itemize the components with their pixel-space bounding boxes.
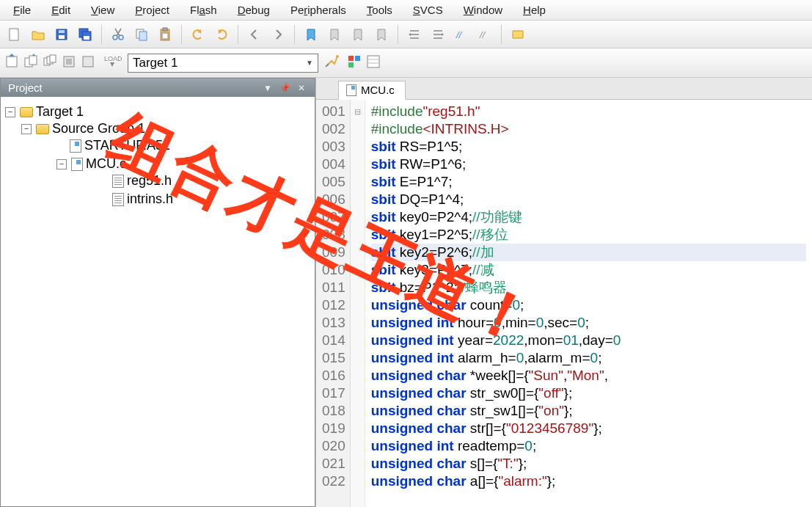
bookmark-clear-button[interactable] xyxy=(371,24,392,45)
tree-header-intrins[interactable]: intrins.h xyxy=(112,192,310,207)
find-button[interactable] xyxy=(508,24,528,45)
code-line[interactable]: sbit DQ=P1^4; xyxy=(371,191,806,208)
collapse-icon[interactable]: − xyxy=(5,107,15,117)
svg-rect-13 xyxy=(162,33,168,39)
header-file-icon xyxy=(112,193,124,206)
paste-button[interactable] xyxy=(155,24,175,45)
comment-button[interactable]: // xyxy=(451,24,472,45)
tree-file-startup[interactable]: STARTUP.A51 xyxy=(56,138,310,153)
build-toolbar: LOAD Target 1 ▼ xyxy=(0,48,812,78)
menu-help[interactable]: Help xyxy=(513,1,556,18)
tree-header-label: intrins.h xyxy=(127,192,173,207)
target-selector[interactable]: Target 1 ▼ xyxy=(128,54,318,73)
open-file-button[interactable] xyxy=(28,24,48,45)
panel-dropdown-icon[interactable]: ▼ xyxy=(261,83,274,93)
svg-text://: // xyxy=(479,29,486,40)
c-file-icon xyxy=(71,158,83,171)
redo-button[interactable] xyxy=(211,24,232,45)
code-line[interactable]: unsigned int readtemp=0; xyxy=(371,437,806,455)
tree-target-label: Target 1 xyxy=(36,104,84,120)
menu-file[interactable]: File xyxy=(3,1,41,18)
code-line[interactable]: sbit bz=P1^2;//蜂鸣器 xyxy=(371,279,806,296)
svg-text://: // xyxy=(456,29,463,40)
svg-rect-18 xyxy=(29,56,37,65)
code-line[interactable]: unsigned char count=0; xyxy=(371,296,806,314)
code-line[interactable]: #include<INTRINS.H> xyxy=(371,120,806,138)
code-line[interactable]: unsigned int alarm_h=0,alarm_m=0; xyxy=(371,349,806,367)
manage-button[interactable] xyxy=(346,54,362,73)
code-line[interactable]: sbit key2=P2^6;//加 xyxy=(371,244,806,261)
batch-build-button[interactable] xyxy=(62,54,78,73)
menu-project[interactable]: Project xyxy=(125,1,180,18)
code-line[interactable]: unsigned char *week[]={"Sun","Mon", xyxy=(371,367,806,384)
outdent-button[interactable] xyxy=(428,24,448,45)
menu-view[interactable]: View xyxy=(81,1,125,18)
panel-pin-icon[interactable]: 📌 xyxy=(277,83,293,93)
target-selector-value: Target 1 xyxy=(133,56,178,70)
editor-tab-mcu[interactable]: MCU.c xyxy=(338,81,406,100)
bookmark-button[interactable] xyxy=(301,24,321,45)
project-panel: Project ▼ 📌 ✕ − Target 1 xyxy=(0,78,315,507)
panel-close-icon[interactable]: ✕ xyxy=(296,83,307,93)
menu-svcs[interactable]: SVCS xyxy=(403,1,453,18)
code-line[interactable]: sbit E=P1^7; xyxy=(371,173,806,191)
project-tree[interactable]: − Target 1 − Source Group 1 xyxy=(1,97,315,506)
svg-rect-10 xyxy=(139,32,147,40)
tree-header-reg51[interactable]: reg51.h xyxy=(112,173,310,189)
code-line[interactable]: unsigned int hour=0,min=0,sec=0; xyxy=(371,314,806,332)
main-area: Project ▼ 📌 ✕ − Target 1 xyxy=(0,78,812,507)
download-button[interactable]: LOAD xyxy=(103,54,122,73)
collapse-icon[interactable]: − xyxy=(56,159,67,169)
tree-source-group-label: Source Group 1 xyxy=(52,121,145,136)
project-panel-title: Project xyxy=(8,81,43,94)
save-button[interactable] xyxy=(51,24,72,45)
code-line[interactable]: unsigned int year=2022,mon=01,day=0 xyxy=(371,332,806,349)
code-editor[interactable]: 0010020030040050060070080090100110120130… xyxy=(316,100,812,507)
menu-debug[interactable]: Debug xyxy=(227,1,280,18)
new-file-button[interactable] xyxy=(4,24,25,45)
code-body[interactable]: #include"reg51.h"#include<INTRINS.H>sbit… xyxy=(365,100,812,507)
uncomment-button[interactable]: // xyxy=(475,24,495,45)
menu-flash[interactable]: Flash xyxy=(180,1,227,18)
nav-back-button[interactable] xyxy=(244,24,265,45)
build-button[interactable] xyxy=(23,54,40,73)
code-line[interactable]: unsigned char str[]={"0123456789"}; xyxy=(371,420,806,437)
menu-edit[interactable]: Edit xyxy=(41,1,81,18)
menu-peripherals[interactable]: Peripherals xyxy=(280,1,356,18)
copy-button[interactable] xyxy=(131,24,152,45)
tree-file-mcu[interactable]: − MCU.c xyxy=(56,156,310,172)
svg-rect-23 xyxy=(66,59,72,65)
svg-rect-6 xyxy=(84,36,89,40)
svg-rect-28 xyxy=(355,56,360,61)
code-line[interactable]: sbit key3=P2^7;//减 xyxy=(371,261,806,279)
code-line[interactable]: sbit key1=P2^5;//移位 xyxy=(371,226,806,244)
editor-tabbar: MCU.c xyxy=(316,78,812,100)
stop-build-button[interactable] xyxy=(81,54,97,73)
translate-button[interactable] xyxy=(4,54,21,73)
menu-window[interactable]: Window xyxy=(453,1,513,18)
code-line[interactable]: sbit key0=P2^4;//功能键 xyxy=(371,208,806,226)
bookmark-next-button[interactable] xyxy=(348,24,368,45)
code-line[interactable]: sbit RS=P1^5; xyxy=(371,138,806,156)
options-button[interactable] xyxy=(324,54,340,73)
collapse-icon[interactable]: − xyxy=(21,124,32,134)
rebuild-button[interactable] xyxy=(43,54,59,73)
c-file-icon xyxy=(346,84,356,96)
svg-rect-29 xyxy=(348,62,354,68)
code-line[interactable]: unsigned char str_sw0[]={"off"}; xyxy=(371,384,806,402)
indent-button[interactable] xyxy=(404,24,425,45)
code-line[interactable]: #include"reg51.h" xyxy=(371,103,806,120)
tree-source-group-node[interactable]: − Source Group 1 xyxy=(21,121,310,136)
manage-components-button[interactable] xyxy=(365,54,381,73)
code-line[interactable]: unsigned char str_sw1[]={"on"}; xyxy=(371,402,806,420)
code-line[interactable]: unsigned char s[]={"T:"}; xyxy=(371,455,806,473)
save-all-button[interactable] xyxy=(75,24,95,45)
menu-tools[interactable]: Tools xyxy=(356,1,403,18)
bookmark-prev-button[interactable] xyxy=(324,24,345,45)
code-line[interactable]: unsigned char a[]={"alarm:"}; xyxy=(371,473,806,490)
cut-button[interactable] xyxy=(108,24,128,45)
code-line[interactable]: sbit RW=P1^6; xyxy=(371,156,806,173)
nav-forward-button[interactable] xyxy=(268,24,288,45)
tree-target-node[interactable]: − Target 1 xyxy=(5,104,310,120)
undo-button[interactable] xyxy=(188,24,208,45)
